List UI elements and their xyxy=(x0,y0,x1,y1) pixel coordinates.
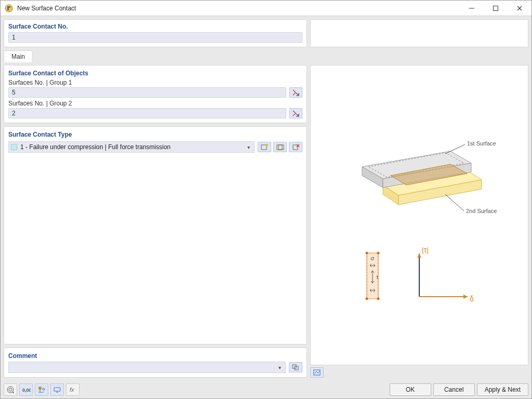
svg-rect-37 xyxy=(54,388,60,391)
svg-rect-2 xyxy=(494,6,498,10)
group1-label: Surfaces No. | Group 1 xyxy=(8,79,302,86)
svg-rect-3 xyxy=(261,145,267,150)
preview-column: 1st Surface 2nd Surface xyxy=(310,65,528,378)
svg-point-21 xyxy=(377,252,380,255)
minimize-button[interactable] xyxy=(460,1,484,16)
tab-main[interactable]: Main xyxy=(4,50,33,62)
section-objects-title: Surface Contact of Objects xyxy=(8,70,302,77)
app-icon xyxy=(5,4,13,12)
group2-pick-button[interactable] xyxy=(289,108,302,118)
section-type: Surface Contact Type 1 - Failure under c… xyxy=(4,126,307,344)
display-button[interactable] xyxy=(50,383,64,396)
type-color-swatch xyxy=(11,144,17,150)
type-delete-button[interactable] xyxy=(289,142,302,152)
svg-point-20 xyxy=(366,252,368,255)
comment-combobox[interactable]: ▾ xyxy=(8,362,286,373)
contact-type-dropdown[interactable]: 1 - Failure under compression | Full for… xyxy=(8,141,255,153)
svg-rect-5 xyxy=(278,145,284,150)
preview-panel: 1st Surface 2nd Surface xyxy=(310,65,528,365)
coords-button[interactable] xyxy=(35,383,48,396)
tau-delta-graph: |τ| δ xyxy=(406,247,479,304)
section-objects: Surface Contact of Objects Surfaces No. … xyxy=(4,65,307,123)
units-button[interactable]: 0,00 xyxy=(19,383,33,396)
close-button[interactable] xyxy=(508,1,531,16)
svg-point-32 xyxy=(9,388,12,391)
stress-strip-illustration: σ τ xyxy=(360,250,385,302)
footer: 0,00 fx OK Cancel Apply & Next xyxy=(1,381,531,398)
delta-axis-label: δ xyxy=(470,295,474,303)
chevron-down-icon: ▾ xyxy=(245,144,252,150)
tau-axis-label: |τ| xyxy=(422,247,429,254)
surface1-label: 1st Surface xyxy=(467,140,496,147)
svg-point-22 xyxy=(366,298,368,300)
section-type-title: Surface Contact Type xyxy=(8,131,302,138)
svg-line-33 xyxy=(12,392,14,393)
window-title: New Surface Contact xyxy=(17,5,76,12)
surface2-label: 2nd Surface xyxy=(466,208,497,214)
contact-type-value: 1 - Failure under compression | Full for… xyxy=(20,143,242,151)
function-button[interactable]: fx xyxy=(66,383,79,396)
svg-rect-6 xyxy=(293,145,298,150)
section-comment-title: Comment xyxy=(8,352,302,360)
apply-next-button[interactable]: Apply & Next xyxy=(477,383,528,396)
type-new-button[interactable] xyxy=(258,142,271,152)
svg-text:fx: fx xyxy=(70,387,74,393)
svg-rect-1 xyxy=(469,8,474,8)
contact-number-value[interactable]: 1 xyxy=(8,32,302,43)
svg-marker-29 xyxy=(417,254,421,258)
group2-input[interactable] xyxy=(8,108,286,118)
svg-rect-35 xyxy=(39,387,41,389)
svg-text:σ: σ xyxy=(371,255,375,261)
group2-label: Surfaces No. | Group 2 xyxy=(8,100,302,107)
help-button[interactable] xyxy=(4,383,17,396)
maximize-button[interactable] xyxy=(484,1,508,16)
contact-number-panel: Surface Contact No. 1 xyxy=(4,19,307,47)
tabstrip: Main xyxy=(4,49,528,62)
svg-point-36 xyxy=(43,388,45,390)
svg-point-23 xyxy=(377,298,380,300)
type-library-button[interactable] xyxy=(273,142,287,152)
ok-button[interactable]: OK xyxy=(390,383,431,396)
svg-rect-4 xyxy=(277,145,282,150)
svg-text:τ: τ xyxy=(376,274,379,280)
titlebar: New Surface Contact xyxy=(1,1,531,16)
chevron-down-icon: ▾ xyxy=(276,365,283,370)
svg-marker-28 xyxy=(463,295,468,299)
group1-pick-button[interactable] xyxy=(289,87,302,98)
svg-text:0,00: 0,00 xyxy=(22,388,31,393)
comment-expand-button[interactable] xyxy=(289,362,302,373)
contact-number-label: Surface Contact No. xyxy=(8,23,302,30)
main-left-column: Surface Contact of Objects Surfaces No. … xyxy=(4,65,307,378)
preview-toggle-button[interactable] xyxy=(310,367,324,378)
top-right-empty-panel xyxy=(310,19,528,47)
cancel-button[interactable]: Cancel xyxy=(433,383,475,396)
surfaces-illustration: 1st Surface 2nd Surface xyxy=(341,138,497,227)
svg-rect-30 xyxy=(314,370,320,375)
section-comment: Comment ▾ xyxy=(4,348,307,378)
group1-input[interactable] xyxy=(8,87,286,98)
